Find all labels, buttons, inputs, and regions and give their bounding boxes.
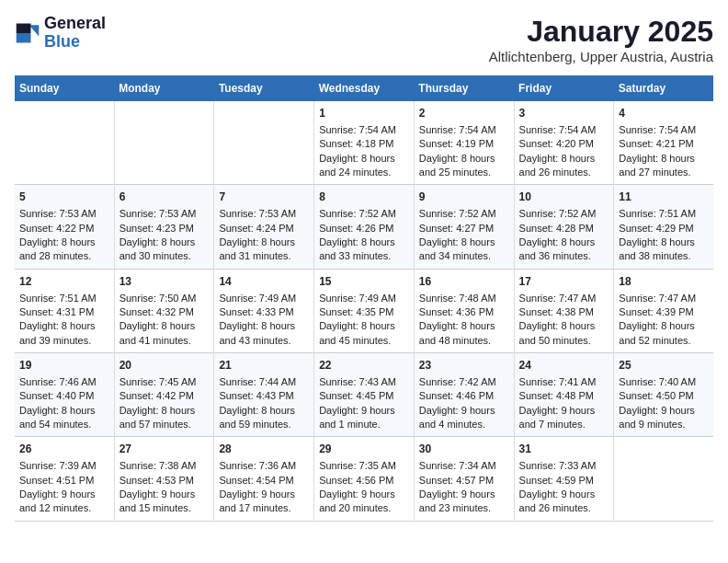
day-info: Daylight: 8 hours xyxy=(119,236,210,249)
day-number: 10 xyxy=(519,190,609,205)
day-info: Sunrise: 7:48 AM xyxy=(419,292,509,305)
day-info: Sunrise: 7:42 AM xyxy=(419,375,509,389)
day-info: Sunset: 4:38 PM xyxy=(519,305,609,319)
calendar-cell: 24Sunrise: 7:41 AMSunset: 4:48 PMDayligh… xyxy=(514,353,614,437)
day-info: Daylight: 9 hours xyxy=(319,488,409,501)
day-number: 29 xyxy=(319,442,409,457)
calendar-cell: 21Sunrise: 7:44 AMSunset: 4:43 PMDayligh… xyxy=(214,353,314,437)
day-info: and 34 minutes. xyxy=(419,249,509,263)
day-info: Daylight: 8 hours xyxy=(519,319,609,333)
column-header-sunday: Sunday xyxy=(15,75,114,101)
day-info: and 1 minute. xyxy=(319,418,409,431)
day-number: 25 xyxy=(619,358,709,373)
day-info: Sunset: 4:42 PM xyxy=(119,389,210,403)
day-info: Sunrise: 7:52 AM xyxy=(419,207,509,221)
day-info: Sunrise: 7:53 AM xyxy=(19,207,109,221)
day-info: and 52 minutes. xyxy=(619,334,709,348)
day-info: Sunrise: 7:47 AM xyxy=(519,292,609,305)
calendar-cell: 19Sunrise: 7:46 AMSunset: 4:40 PMDayligh… xyxy=(15,353,114,437)
day-info: Daylight: 9 hours xyxy=(619,404,709,418)
day-info: Daylight: 8 hours xyxy=(19,319,109,333)
calendar-table: SundayMondayTuesdayWednesdayThursdayFrid… xyxy=(15,75,713,522)
day-info: and 7 minutes. xyxy=(519,418,609,431)
svg-rect-2 xyxy=(17,23,31,33)
day-number: 30 xyxy=(419,442,509,457)
day-number: 16 xyxy=(419,274,509,290)
day-info: Daylight: 8 hours xyxy=(319,236,409,249)
day-info: and 23 minutes. xyxy=(419,501,509,515)
day-info: Daylight: 9 hours xyxy=(519,488,609,501)
day-info: Sunrise: 7:54 AM xyxy=(319,123,409,137)
calendar-title: January 2025 xyxy=(489,15,713,49)
day-info: Sunset: 4:19 PM xyxy=(419,137,509,151)
day-number: 2 xyxy=(419,106,509,121)
day-info: Daylight: 8 hours xyxy=(519,152,609,166)
day-info: and 28 minutes. xyxy=(19,249,109,263)
day-info: and 30 minutes. xyxy=(119,249,210,263)
day-info: Sunset: 4:35 PM xyxy=(319,305,409,319)
day-info: Daylight: 9 hours xyxy=(19,488,109,501)
svg-rect-3 xyxy=(17,33,31,43)
logo-text: General Blue xyxy=(44,15,106,52)
day-info: Sunrise: 7:41 AM xyxy=(519,375,609,389)
calendar-subtitle: Altlichtenberg, Upper Austria, Austria xyxy=(489,49,713,64)
day-info: Daylight: 8 hours xyxy=(619,152,709,166)
day-info: Daylight: 9 hours xyxy=(219,488,309,501)
day-info: Sunset: 4:22 PM xyxy=(19,222,109,236)
day-info: Daylight: 8 hours xyxy=(419,236,509,249)
calendar-cell: 3Sunrise: 7:54 AMSunset: 4:20 PMDaylight… xyxy=(514,101,614,185)
day-info: Daylight: 8 hours xyxy=(219,236,309,249)
day-info: and 25 minutes. xyxy=(419,166,509,179)
day-info: and 27 minutes. xyxy=(619,166,709,179)
day-info: Sunset: 4:40 PM xyxy=(19,389,109,403)
day-number: 5 xyxy=(19,190,109,205)
day-number: 4 xyxy=(619,106,709,121)
day-info: Sunrise: 7:36 AM xyxy=(219,459,309,473)
calendar-header-row: SundayMondayTuesdayWednesdayThursdayFrid… xyxy=(15,75,713,101)
day-info: Sunrise: 7:35 AM xyxy=(319,459,409,473)
calendar-cell: 2Sunrise: 7:54 AMSunset: 4:19 PMDaylight… xyxy=(414,101,514,185)
day-info: Sunrise: 7:54 AM xyxy=(419,123,509,137)
day-number: 19 xyxy=(19,358,109,373)
calendar-cell: 14Sunrise: 7:49 AMSunset: 4:33 PMDayligh… xyxy=(214,269,314,352)
logo-line2: Blue xyxy=(44,33,106,52)
day-info: and 4 minutes. xyxy=(419,418,509,431)
day-info: and 59 minutes. xyxy=(219,418,309,431)
day-info: Daylight: 8 hours xyxy=(119,319,210,333)
day-info: Sunrise: 7:34 AM xyxy=(419,459,509,473)
calendar-cell xyxy=(614,437,713,521)
day-info: Sunset: 4:56 PM xyxy=(319,474,409,488)
day-info: Daylight: 9 hours xyxy=(419,404,509,418)
day-number: 13 xyxy=(119,274,210,290)
day-info: Sunset: 4:51 PM xyxy=(19,474,109,488)
day-info: and 12 minutes. xyxy=(19,501,109,515)
day-info: Sunrise: 7:49 AM xyxy=(219,292,309,305)
calendar-cell xyxy=(15,101,114,185)
day-info: Daylight: 8 hours xyxy=(319,152,409,166)
day-info: and 31 minutes. xyxy=(219,249,309,263)
day-info: Sunset: 4:29 PM xyxy=(619,222,709,236)
day-info: Sunset: 4:54 PM xyxy=(219,474,309,488)
logo-line1: General xyxy=(44,15,106,33)
day-info: Daylight: 8 hours xyxy=(19,404,109,418)
day-info: and 15 minutes. xyxy=(119,501,210,515)
logo: General Blue xyxy=(15,15,106,52)
day-info: and 33 minutes. xyxy=(319,249,409,263)
calendar-cell: 23Sunrise: 7:42 AMSunset: 4:46 PMDayligh… xyxy=(414,353,514,437)
calendar-cell: 25Sunrise: 7:40 AMSunset: 4:50 PMDayligh… xyxy=(614,353,713,437)
day-info: Sunset: 4:36 PM xyxy=(419,305,509,319)
day-info: Sunset: 4:18 PM xyxy=(319,137,409,151)
day-info: Sunrise: 7:38 AM xyxy=(119,459,210,473)
day-number: 9 xyxy=(419,190,509,205)
day-info: Daylight: 8 hours xyxy=(619,319,709,333)
day-number: 18 xyxy=(619,274,709,290)
day-info: Daylight: 8 hours xyxy=(419,319,509,333)
calendar-cell: 8Sunrise: 7:52 AMSunset: 4:26 PMDaylight… xyxy=(314,185,415,269)
day-info: Sunset: 4:57 PM xyxy=(419,474,509,488)
day-info: Sunrise: 7:52 AM xyxy=(319,207,409,221)
day-info: Daylight: 8 hours xyxy=(219,404,309,418)
day-info: and 43 minutes. xyxy=(219,334,309,348)
day-number: 26 xyxy=(19,442,109,457)
day-info: and 48 minutes. xyxy=(419,334,509,348)
day-number: 12 xyxy=(19,274,109,290)
